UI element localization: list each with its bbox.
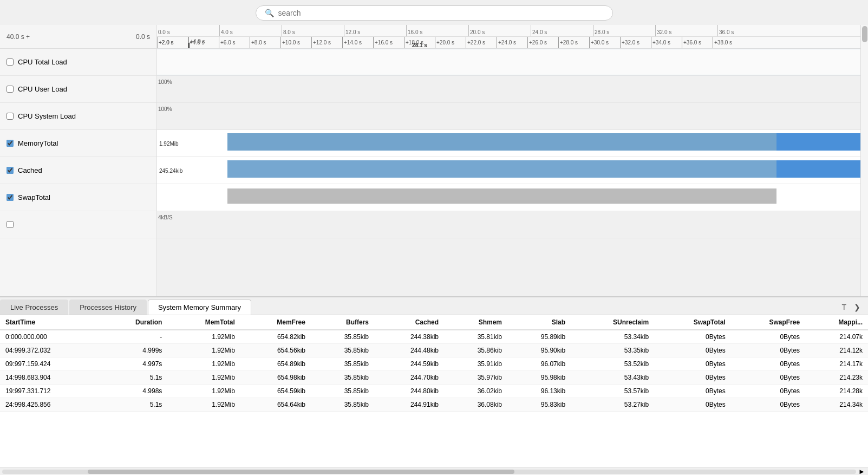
cell-4-9: 0Bytes — [654, 385, 731, 398]
ruler-tick-4: 16.0 s — [406, 25, 468, 36]
cell-4-10: 0Bytes — [731, 385, 805, 398]
bottom-scrollbar[interactable]: ► — [0, 467, 868, 475]
cell-2-10: 0Bytes — [731, 357, 805, 371]
search-bar-container: 🔍 — [0, 0, 868, 25]
tab-processes-history[interactable]: Processes History — [69, 300, 147, 315]
last-row-value: 4kB/S — [158, 214, 173, 220]
cell-3-7: 95.98kib — [507, 371, 571, 385]
tab-system-memory-summary[interactable]: System Memory Summary — [148, 300, 251, 315]
checkbox-swap-free[interactable] — [6, 221, 14, 228]
cached-bar-end — [776, 160, 860, 178]
cell-4-8: 53.57kib — [571, 385, 654, 398]
label-cpu-system: CPU System Load — [0, 103, 156, 130]
checkbox-cpu-user[interactable] — [6, 86, 14, 93]
bottom-area: Live Processes Processes History System … — [0, 296, 868, 475]
cell-4-6: 36.02kib — [444, 385, 507, 398]
cell-3-3: 654.98kib — [240, 371, 311, 385]
cell-2-3: 654.89kib — [240, 357, 311, 371]
time-range-left: 40.0 s + — [6, 33, 30, 41]
cell-4-2: 1.92Mib — [167, 385, 240, 398]
scrollbar-track[interactable] — [2, 470, 856, 474]
label-text-cpu-user: CPU User Load — [18, 85, 67, 93]
col-shmem: Shmem — [444, 315, 507, 330]
col-buffers: Buffers — [311, 315, 374, 330]
label-cpu-user: CPU User Load — [0, 76, 156, 103]
table-row: 14:998.683.9045.1s1.92Mib654.98kib35.85k… — [0, 371, 868, 385]
ruler-top: 0.0 s 4.0 s 8.0 s 12.0 s 16.0 s 20.0 s 2… — [157, 25, 860, 37]
ruler-tick-3: 12.0 s — [344, 25, 406, 36]
col-cached: Cached — [374, 315, 444, 330]
cell-1-4: 35.85kib — [311, 344, 374, 357]
cpu-system-100: 100% — [158, 106, 172, 112]
col-memfree: MemFree — [240, 315, 311, 330]
cell-0-1: - — [100, 330, 167, 344]
tab-text-button[interactable]: T — [839, 302, 849, 313]
chart-row-cached: 245.24kib — [157, 157, 860, 184]
cell-2-11: 214.17k — [805, 357, 868, 371]
time-range-right: 0.0 s — [136, 33, 150, 41]
ruler-tick-9: 36.0 s — [717, 25, 780, 36]
table-row: 09:997.159.4244.997s1.92Mib654.89kib35.8… — [0, 357, 868, 371]
ruler-tick-0: 0.0 s — [157, 25, 219, 36]
col-mappi: Mappi... — [805, 315, 868, 330]
col-memtotal: MemTotal — [167, 315, 240, 330]
checkbox-cpu-system[interactable] — [6, 113, 14, 120]
cached-value: 245.24kib — [158, 167, 184, 174]
cell-5-0: 24:998.425.856 — [0, 398, 100, 412]
label-swap-free — [0, 211, 156, 238]
sub-ruler: +2.0 s +4.0 s +2.0 s +4.0 s +6.0 s +8.0 … — [157, 37, 860, 49]
cpu-user-100: 100% — [158, 79, 172, 85]
cell-3-4: 35.85kib — [311, 371, 374, 385]
checkbox-swap-total[interactable] — [6, 194, 14, 201]
table-body: 0:000.000.000-1.92Mib654.82kib35.85kib24… — [0, 330, 868, 412]
ruler-tick-2: 8.0 s — [282, 25, 344, 36]
table-row: 0:000.000.000-1.92Mib654.82kib35.85kib24… — [0, 330, 868, 344]
cell-1-11: 214.12k — [805, 344, 868, 357]
col-slab: Slab — [507, 315, 571, 330]
cell-5-6: 36.08kib — [444, 398, 507, 412]
cell-2-9: 0Bytes — [654, 357, 731, 371]
tab-live-processes[interactable]: Live Processes — [0, 300, 68, 315]
tab-chevron-button[interactable]: ❯ — [852, 302, 863, 313]
cell-1-7: 95.90kib — [507, 344, 571, 357]
table-row: 24:998.425.8565.1s1.92Mib654.64kib35.85k… — [0, 398, 868, 412]
scrollbar-thumb[interactable] — [88, 470, 515, 474]
search-input[interactable] — [278, 9, 604, 17]
scroll-right-btn[interactable]: ► — [858, 467, 866, 475]
cell-0-3: 654.82kib — [240, 330, 311, 344]
cell-5-11: 214.34k — [805, 398, 868, 412]
search-icon: 🔍 — [265, 9, 274, 17]
label-text-memory-total: MemoryTotal — [18, 139, 58, 147]
cell-5-8: 53.27kib — [571, 398, 654, 412]
right-scrollbar-thumb[interactable] — [862, 26, 867, 42]
cell-2-8: 53.52kib — [571, 357, 654, 371]
cell-4-3: 654.59kib — [240, 385, 311, 398]
label-text-cpu-system: CPU System Load — [18, 112, 76, 120]
ruler-tick-5: 20.0 s — [468, 25, 531, 36]
table-header-row: StartTime Duration MemTotal MemFree Buff… — [0, 315, 868, 330]
chart-row-memory-total: 1.92Mib — [157, 130, 860, 157]
cell-1-8: 53.35kib — [571, 344, 654, 357]
memory-total-overlay — [227, 133, 776, 151]
cell-4-5: 244.80kib — [374, 385, 444, 398]
cell-0-7: 95.89kib — [507, 330, 571, 344]
cell-3-1: 5.1s — [100, 371, 167, 385]
ruler-tick-8: 32.0 s — [655, 25, 717, 36]
time-marker-label: 28.1 s — [412, 42, 427, 48]
right-scrollbar[interactable] — [860, 25, 868, 296]
cell-1-0: 04:999.372.032 — [0, 344, 100, 357]
cell-3-8: 53.43kib — [571, 371, 654, 385]
cell-1-9: 0Bytes — [654, 344, 731, 357]
cell-2-4: 35.85kib — [311, 357, 374, 371]
cell-1-10: 0Bytes — [731, 344, 805, 357]
table-container[interactable]: StartTime Duration MemTotal MemFree Buff… — [0, 315, 868, 467]
checkbox-memory-total[interactable] — [6, 140, 14, 147]
chart-row-cpu-system: 100% — [157, 103, 860, 130]
checkbox-cached[interactable] — [6, 167, 14, 174]
cached-overlay — [227, 160, 776, 178]
checkbox-cpu-total[interactable] — [6, 58, 14, 66]
sub-tick-start: +2.0 s — [157, 37, 188, 48]
cell-3-11: 214.23k — [805, 371, 868, 385]
memory-total-value: 1.92Mib — [158, 140, 180, 147]
cell-4-0: 19:997.331.712 — [0, 385, 100, 398]
